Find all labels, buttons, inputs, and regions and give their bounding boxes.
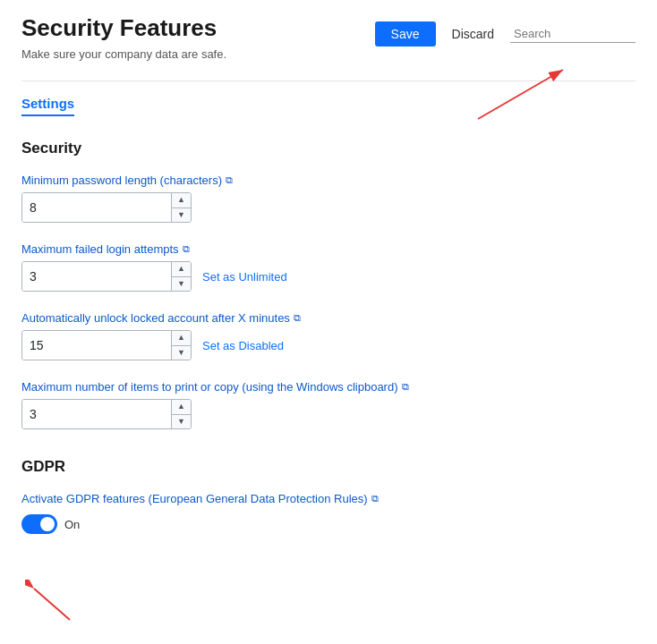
page-header: Security Features Make sure your company…	[21, 14, 636, 72]
spinner-auto-unlock: ▲ ▼	[171, 331, 191, 360]
spinner-up-max-failed-login[interactable]: ▲	[172, 262, 191, 277]
spinner-up-min-password[interactable]: ▲	[172, 193, 191, 208]
field-label-max-print-copy: Maximum number of items to print or copy…	[21, 380, 636, 394]
spinner-down-max-print-copy[interactable]: ▼	[172, 415, 191, 429]
page-subtitle: Make sure your company data are safe.	[21, 47, 226, 61]
set-disabled-link[interactable]: Set as Disabled	[202, 339, 284, 352]
ext-link-icon-gdpr[interactable]: ⧉	[371, 493, 379, 504]
spinner-max-print-copy: ▲ ▼	[171, 400, 191, 428]
field-max-print-copy: Maximum number of items to print or copy…	[21, 380, 636, 429]
save-button[interactable]: Save	[375, 21, 436, 47]
spinner-down-max-failed-login[interactable]: ▼	[172, 277, 191, 292]
gdpr-section-title: GDPR	[21, 458, 636, 476]
ext-link-icon-max-failed-login[interactable]: ⧉	[183, 243, 190, 255]
number-input-wrapper-auto-unlock: ▲ ▼	[21, 330, 192, 360]
discard-button[interactable]: Discard	[443, 21, 503, 47]
field-label-min-password: Minimum password length (characters) ⧉	[21, 174, 636, 187]
page-title: Security Features	[21, 14, 226, 42]
max-failed-login-input[interactable]	[22, 262, 171, 291]
field-row-max-failed-login: ▲ ▼ Set as Unlimited	[21, 261, 636, 292]
max-print-copy-input[interactable]	[22, 400, 171, 428]
ext-link-icon-min-password[interactable]: ⧉	[226, 174, 233, 186]
header-divider	[21, 80, 636, 81]
number-input-wrapper-max-failed-login: ▲ ▼	[21, 261, 192, 292]
header-right: Save Discard	[375, 21, 636, 47]
field-row-min-password: ▲ ▼	[21, 192, 636, 223]
number-input-wrapper-max-print-copy: ▲ ▼	[21, 399, 192, 429]
auto-unlock-input[interactable]	[22, 331, 171, 360]
gdpr-section: GDPR Activate GDPR features (European Ge…	[21, 458, 636, 534]
toggle-row-gdpr: On	[21, 514, 636, 534]
ext-link-icon-auto-unlock[interactable]: ⧉	[294, 312, 301, 324]
field-max-failed-login: Maximum failed login attempts ⧉ ▲ ▼ Set …	[21, 242, 636, 292]
spinner-down-min-password[interactable]: ▼	[172, 208, 191, 223]
spinner-max-failed-login: ▲ ▼	[171, 262, 191, 291]
field-row-auto-unlock: ▲ ▼ Set as Disabled	[21, 330, 636, 360]
tab-settings[interactable]: Settings	[21, 96, 74, 116]
tab-bar: Settings	[21, 96, 636, 118]
ext-link-icon-max-print-copy[interactable]: ⧉	[402, 381, 409, 393]
gdpr-toggle[interactable]	[21, 514, 57, 534]
min-password-input[interactable]	[22, 193, 171, 222]
toggle-knob	[40, 517, 55, 531]
field-auto-unlock: Automatically unlock locked account afte…	[21, 311, 636, 360]
field-min-password-length: Minimum password length (characters) ⧉ ▲…	[21, 174, 636, 223]
svg-line-3	[34, 589, 70, 620]
spinner-up-max-print-copy[interactable]: ▲	[172, 400, 191, 415]
security-section-title: Security	[21, 140, 636, 157]
search-area	[510, 25, 636, 43]
field-label-max-failed-login: Maximum failed login attempts ⧉	[21, 242, 636, 256]
field-row-max-print-copy: ▲ ▼	[21, 399, 636, 429]
toggle-arrow-annotation	[25, 580, 79, 624]
set-unlimited-link[interactable]: Set as Unlimited	[202, 270, 287, 284]
field-label-gdpr: Activate GDPR features (European General…	[21, 492, 636, 505]
spinner-min-password: ▲ ▼	[171, 193, 191, 222]
field-label-auto-unlock: Automatically unlock locked account afte…	[21, 311, 636, 325]
spinner-up-auto-unlock[interactable]: ▲	[172, 331, 191, 346]
spinner-down-auto-unlock[interactable]: ▼	[172, 346, 191, 360]
number-input-wrapper-min-password: ▲ ▼	[21, 192, 192, 223]
toggle-on-label: On	[64, 518, 80, 531]
search-input[interactable]	[510, 25, 636, 43]
header-left: Security Features Make sure your company…	[21, 14, 226, 72]
